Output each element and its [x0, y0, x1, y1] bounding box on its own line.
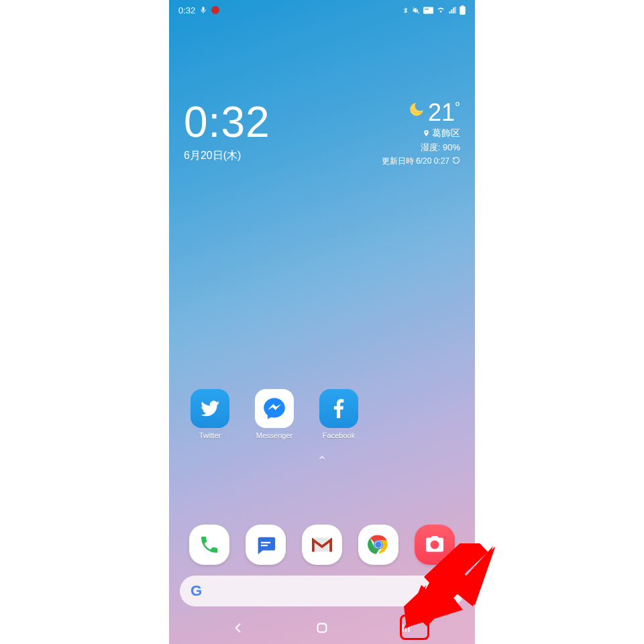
gmail-icon: [302, 525, 342, 565]
chevron-up-icon[interactable]: [316, 452, 328, 464]
svg-rect-1: [425, 9, 429, 9]
dock: [169, 525, 475, 565]
dock-phone[interactable]: [189, 525, 229, 565]
svg-rect-0: [423, 7, 433, 13]
svg-rect-8: [318, 624, 327, 633]
app-facebook[interactable]: Facebook: [317, 389, 361, 439]
clock-date: 6月20日(木): [184, 149, 270, 163]
recents-button[interactable]: [392, 614, 419, 641]
app-messenger[interactable]: Messenger: [252, 389, 297, 439]
google-search-bar[interactable]: G: [180, 576, 464, 606]
bluetooth-icon: [402, 6, 409, 15]
mute-icon: [412, 6, 421, 15]
dock-gmail[interactable]: [302, 525, 342, 565]
app-label: Facebook: [323, 431, 355, 439]
signal-icon: [448, 6, 457, 14]
home-apps-row: Twitter Messenger Facebook: [169, 389, 475, 439]
weather-widget[interactable]: 21° 葛飾区 湿度: 90% 更新日時 6/20 0:27: [382, 101, 460, 167]
messages-icon: [246, 525, 286, 565]
record-dot-icon: [211, 6, 219, 14]
battery-icon: [460, 5, 466, 15]
svg-rect-3: [261, 545, 268, 546]
twitter-icon: [191, 389, 229, 428]
status-bar[interactable]: 0:32: [169, 0, 475, 20]
phone-home-screen: 0:32: [169, 0, 475, 644]
wifi-icon: [436, 6, 445, 14]
back-button[interactable]: [225, 614, 252, 641]
svg-point-6: [375, 541, 382, 548]
google-logo-icon: G: [191, 582, 202, 600]
clock-widget[interactable]: 0:32 6月20日(木): [184, 101, 270, 167]
mic-icon: [199, 6, 207, 14]
clock-time: 0:32: [184, 101, 270, 144]
dock-chrome[interactable]: [358, 525, 398, 565]
app-label: Messenger: [256, 431, 292, 439]
weather-temperature: 21°: [428, 101, 460, 125]
weather-location: 葛飾区: [432, 127, 460, 140]
facebook-icon: [319, 389, 358, 428]
weather-humidity: 湿度: 90%: [382, 142, 460, 154]
svg-point-7: [432, 542, 437, 547]
card-icon: [423, 7, 433, 14]
camera-icon: [415, 525, 455, 565]
moon-icon: [408, 101, 425, 121]
refresh-icon[interactable]: [452, 156, 460, 166]
system-nav-bar: [169, 612, 475, 644]
weather-update-time: 更新日時 6/20 0:27: [382, 156, 449, 167]
phone-icon: [189, 525, 229, 565]
home-button[interactable]: [309, 614, 335, 641]
dock-camera[interactable]: [415, 525, 455, 565]
svg-rect-2: [261, 542, 270, 543]
chrome-icon: [358, 525, 398, 565]
google-assistant-icon[interactable]: [432, 588, 453, 594]
app-label: Twitter: [199, 431, 221, 439]
status-time: 0:32: [178, 5, 195, 15]
messenger-icon: [255, 389, 294, 428]
dock-messages[interactable]: [246, 525, 286, 565]
app-twitter[interactable]: Twitter: [188, 389, 232, 439]
location-pin-icon: [423, 128, 430, 139]
